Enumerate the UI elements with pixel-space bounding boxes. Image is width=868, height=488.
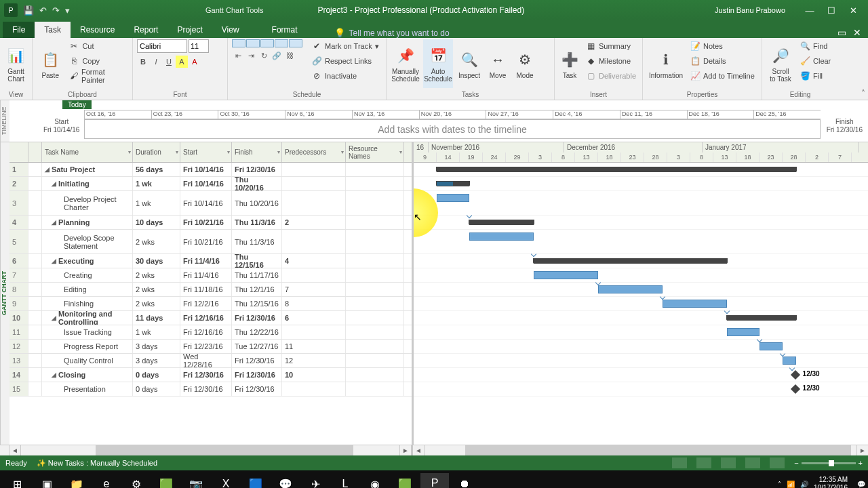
gantt-chart[interactable]: 16November 2016December 2016January 2017… [414, 142, 868, 445]
whatsapp-icon[interactable]: 💬 [271, 473, 300, 488]
task-name-cell[interactable]: ◢Monitoring and Controlling [42, 311, 133, 325]
predecessor-cell[interactable]: 4 [282, 254, 346, 268]
gantt-row[interactable] [414, 311, 868, 325]
resource-header[interactable]: Resource Names▾ [346, 142, 404, 162]
copy-button[interactable]: ⎘Copy [66, 54, 128, 68]
start-cell[interactable]: Wed 12/28/16 [180, 354, 232, 367]
task-name-cell[interactable]: ◢Closing [42, 368, 133, 382]
task-name-cell[interactable]: ◢Satu Project [42, 163, 133, 176]
collapse-icon[interactable]: ◢ [52, 219, 56, 226]
row-number[interactable]: 14 [9, 368, 28, 382]
insert-task-button[interactable]: ➕Task [559, 39, 580, 88]
task-name-cell[interactable]: Progress Report [42, 340, 133, 353]
start-cell[interactable]: Fri 12/30/16 [180, 382, 232, 396]
tray-volume-icon[interactable]: 🔊 [800, 481, 808, 488]
resource-cell[interactable] [346, 340, 404, 353]
gantt-row[interactable] [414, 268, 868, 283]
predecessor-cell[interactable] [282, 268, 346, 282]
view-team[interactable] [721, 458, 736, 468]
chart-scroll-thumb[interactable] [465, 445, 851, 455]
task-name-cell[interactable]: ◢Executing [42, 254, 133, 268]
highlight-color-button[interactable]: A [176, 56, 188, 68]
row-number[interactable]: 13 [9, 354, 28, 367]
zoom-control[interactable]: − + [794, 459, 863, 467]
predecessor-cell[interactable]: 12 [282, 354, 346, 367]
settings-icon[interactable]: ⚙ [122, 473, 151, 488]
tab-file[interactable]: File [3, 22, 35, 38]
start-cell[interactable]: Fri 12/2/16 [180, 297, 232, 310]
taskview-icon[interactable]: ▣ [33, 473, 61, 488]
app-icon-3[interactable]: 🟦 [241, 473, 270, 488]
tab-project[interactable]: Project [167, 22, 212, 38]
start-cell[interactable]: Fri 10/21/16 [180, 216, 232, 229]
resource-cell[interactable] [346, 354, 404, 367]
finish-cell[interactable]: Thu 12/15/16 [232, 297, 282, 310]
start-cell[interactable]: Fri 10/21/16 [180, 230, 232, 253]
start-cell[interactable]: Fri 11/18/16 [180, 283, 232, 296]
inspect-button[interactable]: 🔍Inspect [456, 39, 483, 88]
tell-me-search[interactable]: 💡 Tell me what you want to do [334, 28, 450, 38]
resource-cell[interactable] [346, 216, 404, 229]
pct100[interactable] [289, 39, 302, 47]
finish-cell[interactable]: Fri 12/30/16 [232, 311, 282, 325]
underline-button[interactable]: U [163, 56, 175, 68]
pct75[interactable] [275, 39, 288, 47]
task-bar[interactable] [760, 342, 783, 350]
resource-cell[interactable] [346, 177, 404, 190]
task-name-cell[interactable]: Editing [42, 283, 133, 296]
row-number[interactable]: 8 [9, 283, 28, 296]
notes-button[interactable]: 📝Notes [688, 39, 757, 53]
save-icon[interactable]: 💾 [23, 5, 34, 16]
pct25[interactable] [246, 39, 260, 47]
row-number[interactable]: 15 [9, 382, 28, 396]
start-cell[interactable]: Fri 12/23/16 [180, 340, 232, 353]
indent-button[interactable]: ⇥ [245, 49, 257, 62]
clear-button[interactable]: 🧹Clear [797, 54, 833, 68]
row-number[interactable]: 5 [9, 230, 28, 253]
status-newtasks[interactable]: ✨ New Tasks : Manually Scheduled [37, 459, 157, 468]
system-tray[interactable]: ˄ 📶 🔊 12:35 AM10/17/2016 💬 [778, 476, 865, 488]
duration-cell[interactable]: 1 wk [133, 177, 180, 190]
tray-chevron-icon[interactable]: ˄ [778, 481, 781, 488]
milestone-marker[interactable] [791, 384, 800, 394]
finish-cell[interactable]: Fri 12/30/16 [232, 368, 282, 382]
gantt-chart-button[interactable]: 📊Gantt Chart [4, 39, 28, 88]
app-icon-2[interactable]: 📷 [182, 473, 210, 488]
zoom-out-icon[interactable]: − [794, 459, 798, 467]
font-size-select[interactable] [189, 39, 209, 53]
duration-cell[interactable]: 0 days [133, 368, 180, 382]
start-cell[interactable]: Fri 11/4/16 [180, 254, 232, 268]
table-row[interactable]: 11Issue Tracking1 wkFri 12/16/16Thu 12/2… [9, 325, 412, 340]
predecessor-cell[interactable] [282, 191, 346, 215]
predecessor-cell[interactable] [282, 230, 346, 253]
add-timeline-button[interactable]: 📈Add to Timeline [688, 69, 757, 83]
recorder-icon[interactable]: ⏺ [450, 473, 479, 488]
finish-cell[interactable]: Thu 11/3/16 [232, 216, 282, 229]
resource-cell[interactable] [346, 268, 404, 282]
move-button[interactable]: ↔Move [486, 39, 510, 88]
duration-cell[interactable]: 2 wks [133, 230, 180, 253]
notifications-icon[interactable]: 💬 [857, 481, 865, 488]
gantt-row[interactable] [414, 283, 868, 297]
collapse-icon[interactable]: ◢ [45, 166, 50, 173]
resource-cell[interactable] [346, 230, 404, 253]
task-bar[interactable] [783, 357, 796, 365]
duration-cell[interactable]: 2 wks [133, 297, 180, 310]
grid-body[interactable]: 1◢Satu Project56 daysFri 10/14/16Fri 12/… [9, 163, 412, 445]
finish-cell[interactable]: Fri 12/30/16 [232, 382, 282, 396]
task-name-cell[interactable]: Issue Tracking [42, 325, 133, 339]
resource-cell[interactable] [346, 283, 404, 296]
view-gantt[interactable] [672, 458, 687, 468]
bold-button[interactable]: B [137, 56, 149, 68]
finish-cell[interactable]: Fri 12/30/16 [232, 354, 282, 367]
table-row[interactable]: 12Progress Report3 daysFri 12/23/16Tue 1… [9, 340, 412, 354]
project-icon[interactable]: P [420, 473, 449, 488]
table-row[interactable]: 9Finishing2 wksFri 12/2/16Thu 12/15/168 [9, 297, 412, 311]
task-bar[interactable] [534, 271, 598, 279]
resource-cell[interactable] [346, 368, 404, 382]
font-color-button[interactable]: A [189, 56, 201, 68]
update-button[interactable]: ↻ [258, 49, 270, 62]
qat-customize-icon[interactable]: ▾ [65, 5, 70, 16]
italic-button[interactable]: I [150, 56, 162, 68]
task-bar[interactable] [469, 232, 534, 241]
